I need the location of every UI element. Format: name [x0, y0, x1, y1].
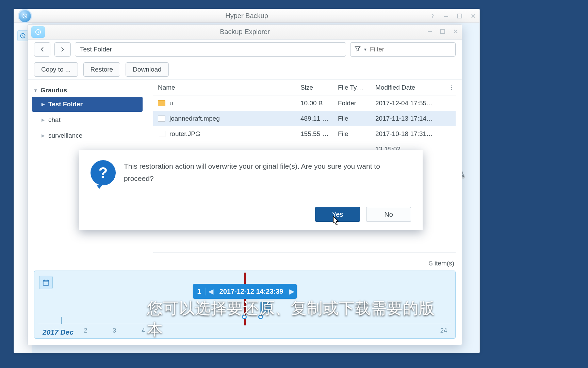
tree-item-chat[interactable]: ▶ chat	[32, 112, 143, 127]
copy-to-button[interactable]: Copy to ...	[34, 62, 78, 77]
tree-root[interactable]: ▼ Graudus	[32, 85, 143, 96]
chevron-down-icon: ▼	[363, 47, 367, 51]
path-field[interactable]: Test Folder	[75, 42, 346, 57]
main-window-controls: ?	[429, 9, 477, 23]
explorer-maximize-icon[interactable]	[440, 29, 445, 35]
column-menu-icon[interactable]: ⋮	[447, 83, 456, 91]
folder-icon	[158, 100, 165, 106]
main-window-title: Hyper Backup	[14, 12, 479, 20]
yes-button[interactable]: Yes	[315, 207, 360, 222]
file-row[interactable]: joannedraft.mpeg 489.11 … File 2017-11-1…	[153, 111, 456, 126]
svg-rect-9	[441, 29, 445, 33]
svg-rect-3	[458, 14, 462, 18]
file-row[interactable]: u 10.00 B Folder 2017-12-04 17:55…	[153, 95, 456, 111]
timeline-year-label: 2017 Dec	[43, 328, 74, 336]
col-size-header[interactable]: Size	[300, 84, 338, 91]
item-count: 5 item(s)	[153, 252, 456, 271]
chevron-down-icon: ▼	[33, 88, 38, 93]
close-icon[interactable]	[470, 13, 477, 19]
path-text: Test Folder	[80, 46, 112, 53]
tree-item-surveillance[interactable]: ▶ surveillance	[32, 128, 143, 143]
col-name-header[interactable]: Name	[153, 84, 300, 91]
subtitle-caption: 您可以选择要还原、复制或下载需要的版本	[147, 298, 441, 340]
svg-text:?: ?	[431, 13, 434, 19]
no-button[interactable]: No	[366, 207, 411, 222]
nav-toolbar: Test Folder ▼	[28, 40, 462, 59]
filter-input[interactable]	[370, 46, 451, 53]
chevron-right-icon: ▶	[42, 133, 45, 138]
main-titlebar: Hyper Backup ?	[14, 9, 479, 23]
chevron-right-icon: ▶	[42, 118, 45, 122]
tree-item-test-folder[interactable]: ▶ Test Folder	[32, 97, 143, 112]
chevron-right-icon: ▶	[42, 102, 45, 107]
col-type-header[interactable]: File Ty…	[338, 84, 375, 91]
action-toolbar: Copy to ... Restore Download	[28, 59, 462, 80]
question-icon: ?	[91, 160, 116, 185]
dialog-message: This restoration action will overwrite y…	[124, 160, 411, 185]
maximize-icon[interactable]	[456, 13, 463, 19]
explorer-minimize-icon[interactable]	[427, 29, 432, 35]
restore-button[interactable]: Restore	[83, 62, 120, 77]
svg-rect-10	[43, 280, 49, 286]
explorer-close-icon[interactable]	[453, 29, 458, 35]
file-row[interactable]: router.JPG 155.55 … File 2017-10-18 17:3…	[153, 126, 456, 141]
file-icon	[158, 131, 165, 137]
download-button[interactable]: Download	[126, 62, 169, 77]
svg-rect-8	[428, 31, 432, 32]
nav-back-button[interactable]	[34, 42, 50, 57]
version-timestamp: 2017-12-12 14:23:39	[216, 288, 287, 295]
calendar-button[interactable]	[39, 276, 53, 289]
svg-rect-2	[444, 16, 448, 17]
minimize-icon[interactable]	[443, 13, 450, 19]
explorer-title: Backup Explorer	[28, 28, 462, 36]
history-icon[interactable]	[17, 30, 28, 41]
help-icon[interactable]: ?	[429, 13, 436, 19]
file-icon	[158, 116, 165, 122]
timeline-bubble: 1 ◀ 2017-12-12 14:23:39 ▶	[193, 284, 297, 299]
column-headers: Name Size File Ty… Modified Date ⋮	[153, 80, 456, 95]
prev-version-button[interactable]: ◀	[206, 287, 216, 295]
confirm-dialog: ? This restoration action will overwrite…	[79, 150, 423, 230]
version-count: 1	[193, 288, 206, 295]
next-version-button[interactable]: ▶	[287, 287, 297, 295]
explorer-titlebar: Backup Explorer	[28, 25, 462, 40]
nav-forward-button[interactable]	[54, 42, 71, 57]
filter-icon	[355, 46, 361, 53]
filter-box[interactable]: ▼	[350, 42, 456, 57]
col-date-header[interactable]: Modified Date	[375, 84, 447, 91]
